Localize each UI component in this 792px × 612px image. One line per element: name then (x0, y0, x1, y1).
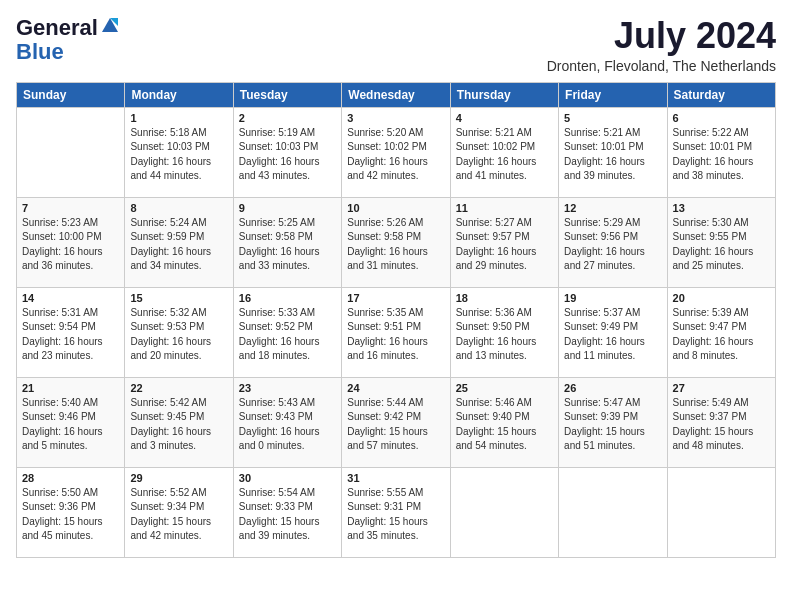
calendar-cell: 4Sunrise: 5:21 AM Sunset: 10:02 PM Dayli… (450, 107, 558, 197)
day-info: Sunrise: 5:21 AM Sunset: 10:02 PM Daylig… (456, 126, 553, 184)
calendar-cell: 15Sunrise: 5:32 AM Sunset: 9:53 PM Dayli… (125, 287, 233, 377)
day-number: 27 (673, 382, 770, 394)
calendar-cell: 22Sunrise: 5:42 AM Sunset: 9:45 PM Dayli… (125, 377, 233, 467)
day-info: Sunrise: 5:50 AM Sunset: 9:36 PM Dayligh… (22, 486, 119, 544)
calendar-cell: 9Sunrise: 5:25 AM Sunset: 9:58 PM Daylig… (233, 197, 341, 287)
calendar-cell (450, 467, 558, 557)
logo-general-text: General (16, 16, 98, 40)
day-info: Sunrise: 5:47 AM Sunset: 9:39 PM Dayligh… (564, 396, 661, 454)
calendar-body: 1Sunrise: 5:18 AM Sunset: 10:03 PM Dayli… (17, 107, 776, 557)
calendar-cell: 1Sunrise: 5:18 AM Sunset: 10:03 PM Dayli… (125, 107, 233, 197)
day-info: Sunrise: 5:30 AM Sunset: 9:55 PM Dayligh… (673, 216, 770, 274)
day-info: Sunrise: 5:49 AM Sunset: 9:37 PM Dayligh… (673, 396, 770, 454)
calendar-cell: 11Sunrise: 5:27 AM Sunset: 9:57 PM Dayli… (450, 197, 558, 287)
day-info: Sunrise: 5:26 AM Sunset: 9:58 PM Dayligh… (347, 216, 444, 274)
day-number: 16 (239, 292, 336, 304)
day-info: Sunrise: 5:36 AM Sunset: 9:50 PM Dayligh… (456, 306, 553, 364)
calendar-week-row: 7Sunrise: 5:23 AM Sunset: 10:00 PM Dayli… (17, 197, 776, 287)
day-number: 22 (130, 382, 227, 394)
day-number: 12 (564, 202, 661, 214)
calendar-cell: 18Sunrise: 5:36 AM Sunset: 9:50 PM Dayli… (450, 287, 558, 377)
calendar-cell: 7Sunrise: 5:23 AM Sunset: 10:00 PM Dayli… (17, 197, 125, 287)
day-info: Sunrise: 5:40 AM Sunset: 9:46 PM Dayligh… (22, 396, 119, 454)
day-number: 9 (239, 202, 336, 214)
calendar-cell: 20Sunrise: 5:39 AM Sunset: 9:47 PM Dayli… (667, 287, 775, 377)
day-info: Sunrise: 5:21 AM Sunset: 10:01 PM Daylig… (564, 126, 661, 184)
day-number: 3 (347, 112, 444, 124)
day-number: 8 (130, 202, 227, 214)
location-text: Dronten, Flevoland, The Netherlands (547, 58, 776, 74)
calendar-cell: 14Sunrise: 5:31 AM Sunset: 9:54 PM Dayli… (17, 287, 125, 377)
weekday-header: Friday (559, 82, 667, 107)
day-info: Sunrise: 5:27 AM Sunset: 9:57 PM Dayligh… (456, 216, 553, 274)
calendar-header: SundayMondayTuesdayWednesdayThursdayFrid… (17, 82, 776, 107)
calendar-cell: 2Sunrise: 5:19 AM Sunset: 10:03 PM Dayli… (233, 107, 341, 197)
weekday-header: Wednesday (342, 82, 450, 107)
calendar-week-row: 21Sunrise: 5:40 AM Sunset: 9:46 PM Dayli… (17, 377, 776, 467)
day-info: Sunrise: 5:25 AM Sunset: 9:58 PM Dayligh… (239, 216, 336, 274)
calendar-cell: 19Sunrise: 5:37 AM Sunset: 9:49 PM Dayli… (559, 287, 667, 377)
day-info: Sunrise: 5:37 AM Sunset: 9:49 PM Dayligh… (564, 306, 661, 364)
calendar-cell: 31Sunrise: 5:55 AM Sunset: 9:31 PM Dayli… (342, 467, 450, 557)
weekday-header: Sunday (17, 82, 125, 107)
calendar-cell: 16Sunrise: 5:33 AM Sunset: 9:52 PM Dayli… (233, 287, 341, 377)
day-info: Sunrise: 5:24 AM Sunset: 9:59 PM Dayligh… (130, 216, 227, 274)
day-number: 25 (456, 382, 553, 394)
day-info: Sunrise: 5:55 AM Sunset: 9:31 PM Dayligh… (347, 486, 444, 544)
day-info: Sunrise: 5:29 AM Sunset: 9:56 PM Dayligh… (564, 216, 661, 274)
day-info: Sunrise: 5:32 AM Sunset: 9:53 PM Dayligh… (130, 306, 227, 364)
day-number: 15 (130, 292, 227, 304)
day-number: 26 (564, 382, 661, 394)
day-number: 6 (673, 112, 770, 124)
day-number: 1 (130, 112, 227, 124)
day-number: 23 (239, 382, 336, 394)
weekday-header: Saturday (667, 82, 775, 107)
day-number: 18 (456, 292, 553, 304)
weekday-header: Tuesday (233, 82, 341, 107)
calendar-cell: 26Sunrise: 5:47 AM Sunset: 9:39 PM Dayli… (559, 377, 667, 467)
day-number: 24 (347, 382, 444, 394)
day-info: Sunrise: 5:43 AM Sunset: 9:43 PM Dayligh… (239, 396, 336, 454)
day-info: Sunrise: 5:44 AM Sunset: 9:42 PM Dayligh… (347, 396, 444, 454)
calendar-cell: 30Sunrise: 5:54 AM Sunset: 9:33 PM Dayli… (233, 467, 341, 557)
day-info: Sunrise: 5:33 AM Sunset: 9:52 PM Dayligh… (239, 306, 336, 364)
day-number: 7 (22, 202, 119, 214)
day-info: Sunrise: 5:42 AM Sunset: 9:45 PM Dayligh… (130, 396, 227, 454)
calendar-cell: 10Sunrise: 5:26 AM Sunset: 9:58 PM Dayli… (342, 197, 450, 287)
calendar-cell: 21Sunrise: 5:40 AM Sunset: 9:46 PM Dayli… (17, 377, 125, 467)
logo-blue-text: Blue (16, 40, 120, 64)
logo-icon (100, 16, 120, 36)
day-info: Sunrise: 5:18 AM Sunset: 10:03 PM Daylig… (130, 126, 227, 184)
day-number: 31 (347, 472, 444, 484)
header-right: July 2024 Dronten, Flevoland, The Nether… (547, 16, 776, 74)
calendar-cell: 6Sunrise: 5:22 AM Sunset: 10:01 PM Dayli… (667, 107, 775, 197)
calendar-cell: 13Sunrise: 5:30 AM Sunset: 9:55 PM Dayli… (667, 197, 775, 287)
calendar-cell: 12Sunrise: 5:29 AM Sunset: 9:56 PM Dayli… (559, 197, 667, 287)
page-header: General Blue July 2024 Dronten, Flevolan… (16, 16, 776, 74)
calendar-cell: 3Sunrise: 5:20 AM Sunset: 10:02 PM Dayli… (342, 107, 450, 197)
day-number: 17 (347, 292, 444, 304)
day-info: Sunrise: 5:52 AM Sunset: 9:34 PM Dayligh… (130, 486, 227, 544)
day-number: 28 (22, 472, 119, 484)
day-number: 4 (456, 112, 553, 124)
calendar-cell: 23Sunrise: 5:43 AM Sunset: 9:43 PM Dayli… (233, 377, 341, 467)
calendar-cell: 28Sunrise: 5:50 AM Sunset: 9:36 PM Dayli… (17, 467, 125, 557)
calendar-cell: 24Sunrise: 5:44 AM Sunset: 9:42 PM Dayli… (342, 377, 450, 467)
calendar-week-row: 1Sunrise: 5:18 AM Sunset: 10:03 PM Dayli… (17, 107, 776, 197)
day-info: Sunrise: 5:19 AM Sunset: 10:03 PM Daylig… (239, 126, 336, 184)
day-number: 2 (239, 112, 336, 124)
weekday-header: Thursday (450, 82, 558, 107)
weekday-header: Monday (125, 82, 233, 107)
day-number: 19 (564, 292, 661, 304)
calendar-cell: 25Sunrise: 5:46 AM Sunset: 9:40 PM Dayli… (450, 377, 558, 467)
day-number: 21 (22, 382, 119, 394)
day-info: Sunrise: 5:22 AM Sunset: 10:01 PM Daylig… (673, 126, 770, 184)
day-number: 29 (130, 472, 227, 484)
calendar-week-row: 14Sunrise: 5:31 AM Sunset: 9:54 PM Dayli… (17, 287, 776, 377)
calendar-cell (559, 467, 667, 557)
day-info: Sunrise: 5:54 AM Sunset: 9:33 PM Dayligh… (239, 486, 336, 544)
day-info: Sunrise: 5:20 AM Sunset: 10:02 PM Daylig… (347, 126, 444, 184)
calendar-cell: 5Sunrise: 5:21 AM Sunset: 10:01 PM Dayli… (559, 107, 667, 197)
calendar-table: SundayMondayTuesdayWednesdayThursdayFrid… (16, 82, 776, 558)
calendar-cell: 8Sunrise: 5:24 AM Sunset: 9:59 PM Daylig… (125, 197, 233, 287)
